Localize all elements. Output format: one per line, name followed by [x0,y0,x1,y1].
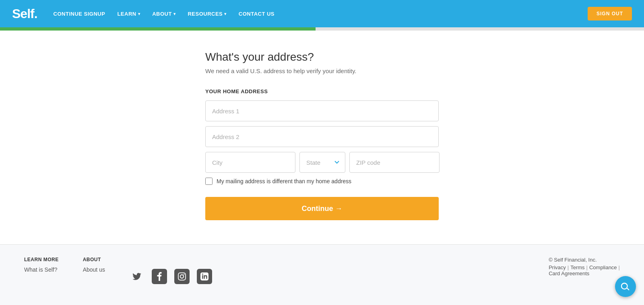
nav-continue-signup[interactable]: CONTINUE SIGNUP [54,11,105,17]
address1-group [205,100,439,121]
mailing-address-checkbox[interactable] [205,178,213,185]
instagram-icon[interactable] [174,269,190,284]
footer-social-section [129,257,212,284]
main-content: What's your address? We need a valid U.S… [0,31,644,244]
address2-input[interactable] [205,126,439,147]
mailing-address-row: My mailing address is different than my … [205,178,439,185]
page-title: What's your address? [205,51,439,63]
progress-bar-fill [0,27,316,31]
form-container: What's your address? We need a valid U.S… [205,51,439,220]
address1-input[interactable] [205,100,439,121]
linkedin-icon[interactable] [197,269,212,284]
footer-about-title: ABOUT [83,257,105,262]
page-subtitle: We need a valid U.S. address to help ver… [205,68,439,74]
state-select[interactable]: State Alabama Alaska Arizona Arkansas Ca… [299,152,345,173]
chevron-down-icon: ▾ [173,12,176,16]
nav-learn[interactable]: LEARN ▾ [117,11,140,17]
city-input[interactable] [205,152,295,173]
footer-terms-link[interactable]: Terms [570,264,584,270]
footer-compliance-link[interactable]: Compliance [589,264,617,270]
chevron-down-icon: ▾ [224,12,227,16]
nav-contact-us[interactable]: CONTACT US [239,11,275,17]
social-links [129,269,212,284]
header: Self. CONTINUE SIGNUP LEARN ▾ ABOUT ▾ RE… [0,0,644,27]
search-bubble[interactable] [615,276,636,297]
city-state-zip-row: State Alabama Alaska Arizona Arkansas Ca… [205,152,439,173]
address2-group [205,126,439,147]
logo[interactable]: Self. [12,6,37,21]
footer-privacy-link[interactable]: Privacy [549,264,566,270]
section-label: YOUR HOME ADDRESS [205,88,439,94]
footer-card-agreements: Card Agreements [549,270,620,276]
footer-card-agreements-link[interactable]: Card Agreements [549,270,589,276]
footer-legal: © Self Financial, Inc. Privacy | Terms |… [549,257,620,276]
sign-out-button[interactable]: SIGN OUT [588,7,632,20]
main-nav: CONTINUE SIGNUP LEARN ▾ ABOUT ▾ RESOURCE… [54,11,588,17]
footer-what-is-self[interactable]: What is Self? [24,266,59,273]
progress-bar-container [0,27,644,31]
zip-input[interactable] [349,152,440,173]
mailing-address-label: My mailing address is different than my … [217,178,351,184]
footer-learn-more: LEARN MORE What is Self? [24,257,59,273]
nav-about[interactable]: ABOUT ▾ [152,11,175,17]
footer-about-us[interactable]: About us [83,266,105,273]
footer-learn-more-title: LEARN MORE [24,257,59,262]
chevron-down-icon: ▾ [138,12,140,16]
footer-legal-links: Privacy | Terms | Compliance | [549,264,620,270]
twitter-icon[interactable] [129,269,144,284]
nav-resources[interactable]: RESOURCES ▾ [188,11,226,17]
footer-copyright: © Self Financial, Inc. [549,257,620,263]
footer-about: ABOUT About us [83,257,105,273]
continue-button[interactable]: Continue → [205,197,439,220]
footer: LEARN MORE What is Self? ABOUT About us [0,244,644,296]
facebook-icon[interactable] [152,269,167,284]
